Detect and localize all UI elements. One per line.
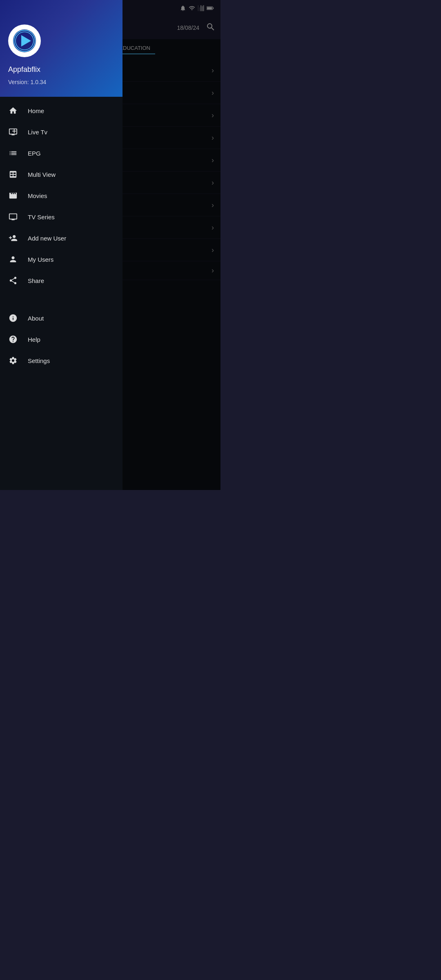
sidebar-item-add-user[interactable]: Add new User [0,227,122,249]
navigation-drawer: Appfabflix Version: 1.0.34 Home Live Tv … [0,0,122,490]
settings-icon [8,356,18,365]
tv-series-icon [8,212,18,222]
sidebar-item-home-label: Home [28,107,44,114]
sidebar-item-about-label: About [28,315,44,322]
sidebar-item-live-tv[interactable]: Live Tv [0,121,122,143]
sidebar-item-movies[interactable]: Movies [0,185,122,206]
sidebar-item-add-user-label: Add new User [28,235,66,242]
multi-view-icon [8,169,18,179]
movies-icon [8,191,18,200]
spacer [0,291,122,307]
sidebar-item-settings[interactable]: Settings [0,350,122,371]
sidebar-item-about[interactable]: About [0,307,122,329]
sidebar-item-my-users[interactable]: My Users [0,249,122,270]
sidebar-item-help[interactable]: Help [0,329,122,350]
live-tv-icon [8,127,18,137]
about-icon [8,313,18,323]
sidebar-item-my-users-label: My Users [28,256,53,263]
drawer-version: Version: 1.0.34 [8,79,114,85]
home-icon [8,106,18,116]
sidebar-item-share-label: Share [28,277,44,284]
sidebar-item-multi-view[interactable]: Multi View [0,164,122,185]
drawer-header: Appfabflix Version: 1.0.34 [0,0,122,97]
sidebar-item-share[interactable]: Share [0,270,122,291]
sidebar-item-live-tv-label: Live Tv [28,129,47,136]
sidebar-item-movies-label: Movies [28,192,47,199]
sidebar-item-epg[interactable]: EPG [0,143,122,164]
help-icon [8,334,18,344]
epg-icon [8,148,18,158]
sidebar-item-multi-view-label: Multi View [28,171,56,178]
sidebar-item-tv-series-label: TV Series [28,214,55,220]
sidebar-item-epg-label: EPG [28,150,41,157]
drawer-menu: Home Live Tv EPG Multi View [0,97,122,490]
sidebar-item-settings-label: Settings [28,357,50,364]
add-user-icon [8,233,18,243]
sidebar-item-home[interactable]: Home [0,100,122,121]
share-icon [8,276,18,285]
sidebar-item-help-label: Help [28,336,40,343]
my-users-icon [8,254,18,264]
sidebar-item-tv-series[interactable]: TV Series [0,206,122,227]
drawer-app-name: Appfabflix [8,65,114,74]
drawer-logo [8,24,41,57]
